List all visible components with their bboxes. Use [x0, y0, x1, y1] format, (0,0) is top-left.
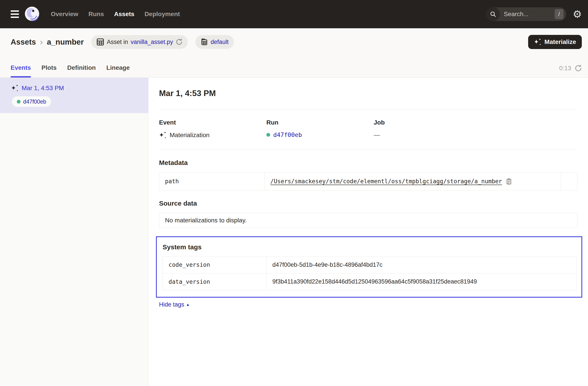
tag-key-code-version: code_version	[163, 256, 267, 273]
nav-item-runs[interactable]: Runs	[89, 11, 104, 18]
system-tags-title: System tags	[163, 243, 577, 251]
job-label: Job	[374, 119, 577, 126]
event-detail-panel: Mar 1, 4:53 PM Event Materialization Run…	[148, 78, 588, 386]
source-data-section: Source data No materializations to displ…	[159, 200, 577, 228]
hide-tags-link[interactable]: Hide tags ▲	[159, 301, 190, 308]
refresh-icon[interactable]	[575, 65, 582, 72]
primary-nav: Overview Runs Assets Deployment	[51, 11, 180, 18]
hamburger-menu-icon[interactable]	[11, 10, 19, 18]
copy-clipboard-icon[interactable]	[506, 178, 512, 185]
refresh-countdown: 0:13	[559, 65, 571, 72]
search-input[interactable]: Search... /	[486, 7, 566, 21]
job-column: Job —	[374, 119, 577, 139]
content-area: Mar 1, 4:53 PM d47f00eb Mar 1, 4:53 PM E…	[0, 78, 588, 386]
tag-value-code-version: d47f00eb-5d1b-4e9e-b18c-4896af4bd17c	[267, 256, 576, 273]
events-sidebar: Mar 1, 4:53 PM d47f00eb	[0, 78, 148, 386]
run-id-chip[interactable]: d47f00eb	[12, 96, 51, 107]
tag-value-data-version: 9f3b411a390fd22e158d446d5d12504963596aa6…	[267, 273, 576, 290]
run-status-dot	[266, 133, 270, 137]
source-data-empty-message: No materializations to display.	[159, 213, 577, 228]
asset-tabs: Events Plots Definition Lineage 0:13	[11, 56, 582, 78]
dagster-logo-icon[interactable]	[24, 6, 40, 22]
materialize-button-label: Materialize	[545, 39, 576, 45]
search-icon	[486, 7, 500, 21]
repo-grid-icon	[201, 38, 208, 46]
page-title: a_number	[47, 38, 84, 46]
breadcrumb-assets-link[interactable]: Assets	[11, 38, 36, 46]
event-label: Event	[159, 119, 266, 126]
divider	[159, 109, 577, 109]
event-heading: Mar 1, 4:53 PM	[159, 89, 577, 98]
divider	[159, 149, 577, 150]
event-list-item[interactable]: Mar 1, 4:53 PM d47f00eb	[0, 78, 148, 113]
tab-definition[interactable]: Definition	[67, 64, 96, 78]
repository-default-link[interactable]: default	[211, 39, 229, 45]
asset-origin-file-link[interactable]: vanilla_asset.py	[130, 39, 173, 45]
tab-plots[interactable]: Plots	[42, 64, 57, 78]
event-timestamp-link[interactable]: Mar 1, 4:53 PM	[22, 84, 64, 92]
source-data-title: Source data	[159, 200, 577, 207]
asset-origin-badge[interactable]: Asset in vanilla_asset.py	[91, 35, 188, 49]
metadata-path-link[interactable]: /Users/smackesey/stm/code/elementl/oss/t…	[270, 178, 502, 185]
event-type-value: Materialization	[170, 132, 210, 139]
run-status-dot	[17, 100, 21, 103]
top-navbar: Overview Runs Assets Deployment Search..…	[0, 0, 588, 28]
repository-badge[interactable]: default	[195, 35, 234, 49]
event-details-grid: Event Materialization Run d47f00eb Job —	[159, 119, 577, 139]
materialize-button[interactable]: Materialize	[528, 35, 582, 49]
tab-events[interactable]: Events	[11, 64, 31, 78]
system-tags-section: System tags code_version d47f00eb-5d1b-4…	[156, 236, 582, 298]
materialization-sparkle-icon	[11, 84, 19, 92]
nav-item-deployment[interactable]: Deployment	[145, 11, 180, 18]
system-tags-table: code_version d47f00eb-5d1b-4e9e-b18c-489…	[163, 256, 577, 290]
reload-definitions-icon[interactable]	[176, 39, 182, 45]
page-header: Assets › a_number Asset in vanilla_asset…	[0, 28, 588, 78]
sparkle-icon	[534, 38, 541, 46]
breadcrumb: Assets › a_number Asset in vanilla_asset…	[11, 28, 582, 56]
metadata-section: Metadata path /Users/smackesey/stm/code/…	[159, 159, 577, 190]
run-id-label: d47f00eb	[23, 99, 46, 105]
job-empty-value: —	[374, 131, 380, 139]
run-label: Run	[266, 119, 374, 126]
metadata-value-cell: /Users/smackesey/stm/code/elementl/oss/t…	[265, 172, 561, 190]
metadata-table: path /Users/smackesey/stm/code/elementl/…	[159, 172, 577, 190]
chevron-right-icon: ›	[40, 37, 43, 47]
collapse-triangle-icon: ▲	[186, 303, 190, 307]
asset-origin-prefix: Asset in	[107, 39, 128, 45]
nav-item-assets[interactable]: Assets	[114, 11, 134, 18]
metadata-end-cell	[561, 172, 577, 190]
search-placeholder: Search...	[504, 11, 528, 18]
metadata-title: Metadata	[159, 159, 577, 166]
run-id-link[interactable]: d47f00eb	[273, 131, 302, 138]
hide-tags-label: Hide tags	[159, 301, 184, 308]
search-shortcut-key: /	[555, 9, 564, 19]
dagster-app: Overview Runs Assets Deployment Search..…	[0, 0, 588, 386]
event-column: Event Materialization	[159, 119, 266, 139]
settings-gear-icon[interactable]: ⚙	[573, 9, 582, 19]
metadata-key: path	[159, 172, 265, 190]
asset-grid-icon	[97, 38, 104, 46]
tag-key-data-version: data_version	[163, 273, 267, 290]
materialization-sparkle-icon	[159, 131, 167, 139]
nav-item-overview[interactable]: Overview	[51, 11, 78, 18]
tab-lineage[interactable]: Lineage	[106, 64, 130, 78]
run-column: Run d47f00eb	[266, 119, 374, 139]
